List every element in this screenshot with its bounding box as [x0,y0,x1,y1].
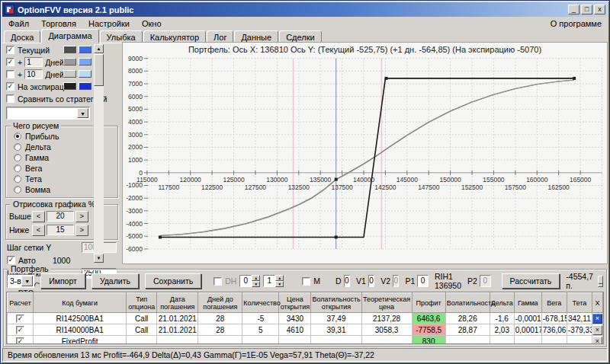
column-header[interactable]: X [592,293,602,313]
range-value-field[interactable]: 15 [47,225,74,235]
scrollbar-thumb[interactable] [94,54,104,86]
tab-0[interactable]: Доска [4,30,40,43]
chevron-down-icon[interactable]: ▼ [21,276,33,286]
column-header[interactable]: Волатильность [445,293,490,313]
close-button[interactable]: x [594,5,605,14]
minimize-button[interactable]: _ [568,5,580,14]
radio-icon[interactable] [14,175,21,183]
sidebar-scrollbar[interactable]: ▲ ▼ [94,44,104,263]
cell: 2,03 [490,324,514,336]
dh-spinner-2[interactable]: 1 ▲▼ [263,275,284,287]
dh-spinner-1[interactable]: 0 ▲▼ [239,275,260,287]
decrease-button[interactable]: < [32,225,45,236]
delete-row-button[interactable]: × [592,314,602,324]
radio-icon[interactable] [14,133,21,140]
column-header[interactable]: Гамма [514,293,541,313]
menu-item-about[interactable]: О программе [544,18,608,29]
row-calc-checkbox[interactable]: ✓ [16,337,24,344]
d-field[interactable]: 0 [344,275,350,287]
menu-item-1[interactable]: Торговля [35,18,82,29]
dh-checkbox[interactable] [214,277,222,286]
compare-strategy-checkbox[interactable] [6,94,14,103]
auto-checkbox[interactable]: ✓ [7,256,15,264]
tab-2[interactable]: Улыбка [100,30,143,43]
menu-item-2[interactable]: Настройки [82,18,136,29]
color-swatch-icon[interactable] [63,82,76,90]
column-header[interactable]: Количество [242,293,279,313]
p1-field[interactable]: 0 [417,275,429,287]
scroll-down-icon[interactable]: ▼ [94,254,104,263]
radio-icon[interactable] [14,164,21,172]
increase-button[interactable]: > [75,225,88,236]
column-header[interactable]: Дата погашения [157,293,198,313]
app-icon [5,5,14,14]
color-swatch-icon[interactable] [63,46,76,53]
column-header[interactable]: Вега [541,293,567,313]
column-header[interactable]: Код бумаги [34,293,127,313]
days-field-2[interactable]: 10 [24,69,43,79]
spin-up-icon[interactable]: ▲ [252,275,260,281]
v1-field[interactable]: 0 [368,275,374,287]
calc-go-button[interactable]: Рассчитать ГО [502,273,560,289]
color-swatch-icon[interactable] [79,82,92,90]
save-button[interactable]: Сохранить [145,273,201,289]
maximize-button[interactable]: □ [581,5,592,14]
tab-6[interactable]: Сделки [279,30,322,43]
portfolio-preset-select[interactable]: 3-вар-т_РТС ▼ [7,274,34,288]
v1-label: V1 [356,276,366,286]
radio-icon[interactable] [14,154,21,161]
delete-row-button[interactable]: × [592,337,602,345]
column-header[interactable]: Волатильность открытия [311,293,361,313]
color-swatch-icon[interactable] [79,58,92,65]
menu-item-0[interactable]: Файл [2,18,35,29]
column-header[interactable]: Профит [412,293,445,313]
import-button[interactable]: Импорт [40,273,85,289]
color-swatch-icon[interactable] [79,46,92,53]
days-field-1[interactable]: 1 [24,57,43,67]
spin-up-icon[interactable]: ▲ [275,275,284,281]
tab-4[interactable]: Лог [207,30,233,43]
v2-field[interactable]: 0 [393,275,399,287]
color-swatch-icon[interactable] [63,70,76,78]
color-swatches [63,46,94,53]
x-tick-label: 160000 [526,176,548,184]
strategy-select[interactable]: ▼ [6,107,90,120]
curve-checkbox-3[interactable]: ✓ [6,82,14,91]
column-header[interactable]: Тета [567,293,592,313]
color-swatch-icon[interactable] [79,70,92,78]
tab-5[interactable]: Данные [234,30,278,43]
collapse-panel-button[interactable]: _ [598,276,603,287]
increase-button[interactable]: > [75,211,88,222]
column-header[interactable]: Расчет [8,293,34,313]
menu-item-3[interactable]: Окно [136,18,168,29]
column-header[interactable]: Дельта [490,293,514,313]
radio-icon[interactable] [14,143,21,151]
decrease-button[interactable]: < [32,211,45,222]
spin-down-icon[interactable]: ▼ [252,281,260,287]
range-value-field[interactable]: 20 [47,211,74,222]
column-header[interactable]: Тип опциона [127,293,157,313]
payoff-chart[interactable]: Портфель: Ось X: 136810 Ось Y: (Текущий … [122,42,608,264]
radio-icon[interactable] [14,186,21,193]
column-header[interactable]: Теоретическая цена [361,293,412,313]
row-calc-checkbox[interactable]: ✓ [16,315,24,323]
curve-checkbox-0[interactable]: ✓ [6,46,14,54]
tab-3[interactable]: Калькулятор [143,30,206,43]
tab-1[interactable]: Диаграмма [41,29,98,43]
m-checkbox[interactable] [302,277,310,286]
curve-checkbox-2[interactable] [6,70,14,78]
v2-label: V2 [380,276,390,286]
y-tick-label: 5000 [128,105,143,113]
curve-checkbox-1[interactable]: ✓ [6,58,14,66]
column-header[interactable]: Цена открытия [279,293,311,313]
p2-field[interactable]: 0 [480,275,491,287]
column-header[interactable]: Дней до погашения [198,293,242,313]
chevron-down-icon[interactable]: ▼ [77,108,88,118]
color-swatch-icon[interactable] [63,58,76,65]
row-calc-checkbox[interactable]: ✓ [16,326,24,334]
chart-canvas[interactable]: 1150001175001200001225001250001275001300… [123,43,607,263]
spin-down-icon[interactable]: ▼ [275,281,284,287]
scroll-up-icon[interactable]: ▲ [94,44,104,53]
delete-button[interactable]: Удалить [92,273,139,289]
delete-row-button[interactable]: × [592,325,602,335]
